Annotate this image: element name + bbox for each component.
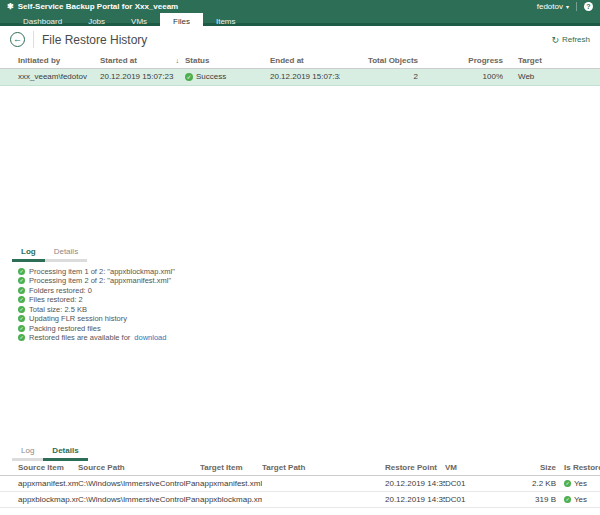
check-icon: ✓ [18,268,25,275]
nav-tab-vms[interactable]: VMs [118,13,160,29]
chevron-down-icon: ▾ [566,3,569,10]
user-name: fedotov [537,2,563,11]
table-row[interactable]: appxmanifest.xml C:\Windows\ImmersiveCon… [0,476,600,492]
col-target-path[interactable]: Target Path [262,461,385,476]
refresh-button[interactable]: ↻ Refresh [551,35,590,45]
nav-tab-items[interactable]: Items [203,13,249,29]
col-started-at[interactable]: Started at ↓ [100,53,185,68]
log-list: ✓ Processing item 1 of 2: "appxblockmap.… [18,267,600,343]
details-panel-tabs: Log Details [12,443,600,461]
user-menu[interactable]: fedotov ▾ [537,2,569,11]
cell-target-item: appxmanifest.xml [200,476,262,492]
col-restore-point[interactable]: Restore Point [385,461,445,476]
log-text: Total size: 2.5 KB [29,305,87,314]
check-icon: ✓ [564,480,571,487]
check-icon: ✓ [18,277,25,284]
log-line-download: ✓ Restored files are available for downl… [18,333,600,343]
cell-ended-at: 20.12.2019 15:07:32 [270,68,340,85]
cell-progress: 100% [418,68,503,85]
log-text: Processing item 2 of 2: "appxmanifest.xm… [29,276,171,285]
col-total-objects[interactable]: Total Objects [340,53,418,68]
check-icon: ✓ [18,287,25,294]
page-header: ← File Restore History ↻ Refresh [0,26,600,53]
log-line: ✓ Total size: 2.5 KB [18,305,600,315]
app-titlebar: ✱ Self-Service Backup Portal for Xxx_vee… [0,0,600,13]
check-icon: ✓ [18,306,25,313]
app-title: Self-Service Backup Portal for Xxx_veeam [18,2,179,11]
sort-desc-icon: ↓ [176,57,180,64]
col-is-restored[interactable]: Is Restored [556,461,600,476]
download-link[interactable]: download [134,333,166,342]
cell-size: 319 B [520,492,556,508]
tab-log-bottom[interactable]: Log [12,443,43,461]
cell-started-at: 20.12.2019 15:07:23 [100,68,185,85]
is-restored-value: Yes [574,479,587,488]
titlebar-divider [576,2,577,11]
check-icon: ✓ [18,325,25,332]
tab-details-bottom[interactable]: Details [43,443,87,461]
cell-target-path [262,492,385,508]
log-panel: Log Details ✓ Processing item 1 of 2: "a… [0,244,600,343]
log-text: Updating FLR session history [29,314,127,323]
help-icon[interactable]: ? [584,2,593,11]
col-source-path[interactable]: Source Path [78,461,200,476]
col-initiated-by[interactable]: Initiated by [0,53,100,68]
col-vm[interactable]: VM [445,461,520,476]
cell-target: Web [503,68,600,85]
cell-size: 2.2 KB [520,476,556,492]
cell-source-item: appxmanifest.xml [0,476,78,492]
log-panel-tabs: Log Details [12,244,600,262]
tab-log[interactable]: Log [12,244,45,262]
cell-total-objects: 2 [340,68,418,85]
log-text: Folders restored: 0 [29,286,92,295]
cell-source-path: C:\Windows\ImmersiveControlPanel\appxblo… [78,492,200,508]
col-status[interactable]: Status [185,53,270,68]
log-text: Packing restored files [29,324,101,333]
col-ended-at[interactable]: Ended at [270,53,340,68]
check-icon: ✓ [18,334,25,341]
veeam-star-icon: ✱ [7,3,14,11]
cell-source-path: C:\Windows\ImmersiveControlPanel\appxma.… [78,476,200,492]
check-icon: ✓ [18,315,25,322]
header-divider [33,31,34,48]
sessions-header-row: Initiated by Started at ↓ Status Ended a… [0,53,600,68]
session-row[interactable]: xxx_veeam\fedotov 20.12.2019 15:07:23 ✓ … [0,68,600,85]
cell-vm: DC01 [445,476,520,492]
details-panel: Log Details Source Item Source Path Targ… [0,443,600,509]
cell-restore-point: 20.12.2019 14:35:02 [385,492,445,508]
cell-target-item: appxblockmap.xml [200,492,262,508]
nav-tabbar: Dashboard Jobs VMs Files Items [0,13,600,26]
col-target[interactable]: Target [503,53,600,68]
details-header-row: Source Item Source Path Target Item Targ… [0,461,600,476]
cell-is-restored: ✓ Yes [556,492,600,508]
cell-status: ✓ Success [185,68,270,85]
cell-target-path [262,476,385,492]
table-row[interactable]: appxblockmap.xml C:\Windows\ImmersiveCon… [0,492,600,508]
nav-tab-dashboard[interactable]: Dashboard [10,13,75,29]
is-restored-value: Yes [574,495,587,504]
restore-sessions-table: Initiated by Started at ↓ Status Ended a… [0,53,600,86]
tab-details[interactable]: Details [45,244,87,262]
col-progress[interactable]: Progress [418,53,503,68]
restored-files-table: Source Item Source Path Target Item Targ… [0,461,600,509]
col-source-item[interactable]: Source Item [0,461,78,476]
cell-restore-point: 20.12.2019 14:35:02 [385,476,445,492]
refresh-icon: ↻ [551,35,559,45]
col-size[interactable]: Size [520,461,556,476]
back-button[interactable]: ← [10,32,25,47]
log-text: Restored files are available for [29,333,130,342]
success-check-icon: ✓ [185,73,193,81]
refresh-label: Refresh [562,35,590,44]
col-target-item[interactable]: Target Item [200,461,262,476]
log-text: Files restored: 2 [29,295,83,304]
cell-is-restored: ✓ Yes [556,476,600,492]
page-title: File Restore History [42,33,147,47]
status-badge: Success [196,72,226,81]
log-line: ✓ Processing item 1 of 2: "appxblockmap.… [18,267,600,277]
check-icon: ✓ [564,496,571,503]
log-line: ✓ Processing item 2 of 2: "appxmanifest.… [18,276,600,286]
log-line: ✓ Folders restored: 0 [18,286,600,296]
cell-source-item: appxblockmap.xml [0,492,78,508]
nav-tab-files[interactable]: Files [160,13,203,29]
nav-tab-jobs[interactable]: Jobs [75,13,118,29]
